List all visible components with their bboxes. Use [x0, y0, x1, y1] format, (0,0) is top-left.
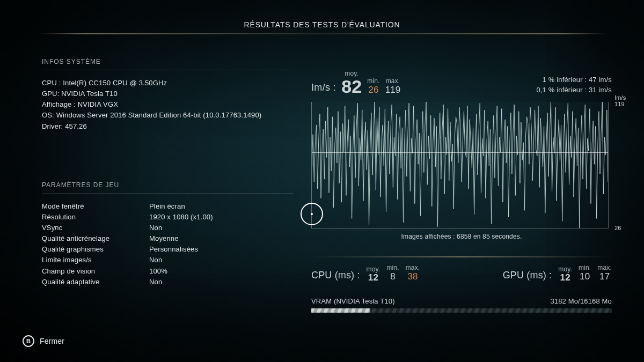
- chart-unit-label: Im/s: [611, 94, 626, 101]
- game-settings-section: PARAMÈTRES DE JEU Mode fenêtréPlein écra…: [42, 181, 294, 287]
- cpu-min: min. 8: [386, 264, 399, 282]
- fps-avg: moy. 82: [341, 70, 362, 95]
- settings-label: Mode fenêtré: [42, 201, 149, 212]
- settings-label: VSync: [42, 223, 149, 233]
- gpu-min: min. 10: [579, 264, 591, 282]
- fps-header: Im/s : moy. 82 min. 26 max. 119 1 % infé…: [311, 70, 612, 95]
- gpu-avg-label: moy.: [558, 265, 572, 273]
- settings-row: Qualité graphismesPersonnalisées: [42, 244, 294, 255]
- settings-label: Qualité adaptative: [42, 277, 149, 287]
- settings-value: Plein écran: [149, 201, 294, 212]
- settings-label: Résolution: [42, 212, 149, 223]
- fps-avg-value: 82: [341, 77, 362, 95]
- game-settings-heading: PARAMÈTRES DE JEU: [42, 181, 294, 194]
- fps-chart-box: Im/s 119 26: [311, 102, 609, 228]
- settings-row: Champ de vision100%: [42, 266, 294, 277]
- gpu-line: GPU: NVIDIA Tesla T10: [42, 88, 294, 99]
- chart-ymin-label: 26: [611, 225, 621, 231]
- settings-row: Limite images/sNon: [42, 255, 294, 265]
- vram-fill: [311, 308, 370, 313]
- close-label: Fermer: [40, 337, 64, 345]
- b-key-icon: B: [23, 335, 34, 347]
- gpu-avg: moy. 12: [558, 265, 572, 282]
- gpu-max: max. 17: [597, 264, 612, 282]
- top-rule: [39, 33, 606, 34]
- fps-min: min. 26: [367, 77, 379, 95]
- driver-line: Driver: 457.26: [42, 121, 294, 132]
- fps-percentiles: 1 % inférieur : 47 im/s 0,1 % inférieur …: [536, 75, 612, 95]
- settings-label: Qualité graphismes: [42, 244, 149, 255]
- left-panel: INFOS SYSTÈME CPU : Intel(R) CC150 CPU @…: [42, 58, 294, 287]
- right-panel: Im/s : moy. 82 min. 26 max. 119 1 % infé…: [311, 70, 612, 313]
- cpu-avg-label: moy.: [367, 265, 380, 273]
- settings-value: 100%: [149, 266, 294, 277]
- chart-caption: Images affichées : 6858 en 85 secondes.: [311, 233, 612, 240]
- cpu-line: CPU : Intel(R) CC150 CPU @ 3.50GHz: [42, 78, 294, 88]
- settings-value: Non: [149, 223, 294, 233]
- fps-max-label: max.: [385, 77, 401, 85]
- settings-value: Moyenne: [149, 233, 294, 244]
- settings-label: Limite images/s: [42, 255, 149, 265]
- gpu-min-value: 10: [579, 271, 591, 282]
- fps-prefix: Im/s :: [311, 82, 336, 95]
- gpu-timing: GPU (ms) : moy. 12 min. 10 max. 17: [503, 264, 612, 282]
- settings-row: Qualité adaptativeNon: [42, 277, 294, 287]
- page-title: RÉSULTATS DES TESTS D'ÉVALUATION: [0, 20, 644, 29]
- cpu-prefix: CPU (ms) :: [311, 270, 360, 282]
- display-line: Affichage : NVIDIA VGX: [42, 99, 294, 110]
- system-info-section: INFOS SYSTÈME CPU : Intel(R) CC150 CPU @…: [42, 58, 294, 132]
- cpu-min-label: min.: [386, 264, 399, 271]
- system-info-heading: INFOS SYSTÈME: [42, 58, 294, 70]
- os-line: OS: Windows Server 2016 Standard Edition…: [42, 110, 294, 121]
- cpu-max-value: 38: [406, 271, 420, 282]
- settings-row: Qualité anticrénelageMoyenne: [42, 233, 294, 244]
- cpu-min-value: 8: [386, 271, 399, 282]
- vram-block: VRAM (NVIDIA Tesla T10) 3182 Mo/16168 Mo: [311, 297, 612, 313]
- settings-label: Champ de vision: [42, 266, 149, 277]
- settings-value: Personnalisées: [149, 244, 294, 255]
- settings-value: Non: [149, 255, 294, 265]
- game-settings-list: Mode fenêtréPlein écranRésolution1920 x …: [42, 201, 294, 287]
- settings-value: 1920 x 1080 (x1.00): [149, 212, 294, 223]
- fps-avg-line: [312, 152, 608, 153]
- settings-row: Mode fenêtréPlein écran: [42, 201, 294, 212]
- fps-01pct: 0,1 % inférieur : 31 im/s: [536, 85, 612, 95]
- fps-min-value: 26: [367, 85, 379, 95]
- cpu-timing: CPU (ms) : moy. 12 min. 8 max. 38: [311, 264, 420, 282]
- settings-value: Non: [149, 277, 294, 287]
- gpu-max-value: 17: [597, 271, 612, 282]
- gpu-avg-value: 12: [558, 273, 572, 282]
- settings-row: VSyncNon: [42, 223, 294, 233]
- cpu-max-label: max.: [406, 264, 420, 271]
- fps-1pct: 1 % inférieur : 47 im/s: [536, 75, 612, 85]
- vram-used-total: 3182 Mo/16168 Mo: [550, 297, 612, 305]
- fps-stats: Im/s : moy. 82 min. 26 max. 119: [311, 70, 400, 95]
- settings-row: Résolution1920 x 1080 (x1.00): [42, 212, 294, 223]
- chart-ymax-label: 119: [611, 101, 625, 107]
- chart-cursor-icon: [301, 203, 323, 225]
- settings-label: Qualité anticrénelage: [42, 233, 149, 244]
- gpu-max-label: max.: [597, 264, 612, 271]
- timing-row: CPU (ms) : moy. 12 min. 8 max. 38 GPU (m…: [311, 264, 612, 282]
- cpu-avg-value: 12: [367, 273, 380, 282]
- vram-bar: [311, 308, 612, 313]
- fps-chart-svg: [312, 102, 608, 228]
- fps-min-label: min.: [367, 77, 379, 85]
- cpu-avg: moy. 12: [367, 265, 380, 282]
- section-divider: [311, 256, 612, 257]
- vram-label: VRAM (NVIDIA Tesla T10): [311, 297, 395, 305]
- fps-chart: Im/s 119 26 Images affichées : 6858 en 8…: [311, 102, 612, 240]
- fps-max-value: 119: [385, 85, 401, 95]
- fps-max: max. 119: [385, 77, 401, 95]
- cpu-max: max. 38: [406, 264, 420, 282]
- gpu-prefix: GPU (ms) :: [503, 270, 552, 282]
- close-button[interactable]: B Fermer: [23, 335, 64, 347]
- gpu-min-label: min.: [579, 264, 591, 271]
